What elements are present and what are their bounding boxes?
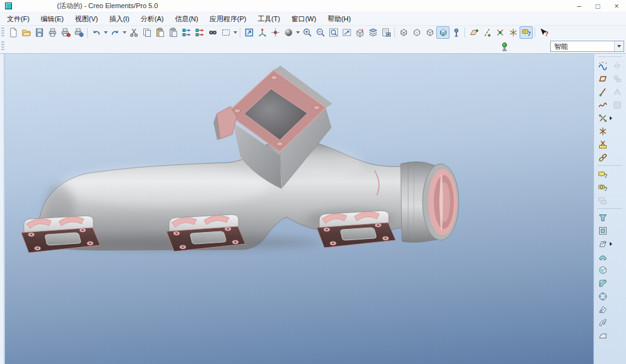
pattern-icon[interactable]	[595, 290, 610, 303]
zoom-fit-icon[interactable]	[327, 26, 340, 39]
offset-icon	[610, 85, 624, 98]
outlet-pipe[interactable]	[401, 162, 459, 243]
curve-icon[interactable]	[595, 98, 610, 111]
datum-axis-icon[interactable]	[480, 26, 493, 39]
zoom-out-icon[interactable]	[314, 26, 327, 39]
context-help-icon[interactable]: ?	[537, 26, 550, 39]
spin-center-icon[interactable]	[269, 26, 282, 39]
menu-tools[interactable]: 工具(T)	[252, 13, 285, 25]
paste-special-icon[interactable]	[167, 26, 180, 39]
menu-analysis[interactable]: 分析(A)	[135, 13, 170, 25]
csys-icon[interactable]	[595, 138, 610, 151]
select-box-icon[interactable]	[219, 26, 232, 39]
regenerate-custom-icon[interactable]	[193, 26, 206, 39]
no-hidden-icon[interactable]	[423, 26, 436, 39]
minimize-button[interactable]: –	[570, 0, 588, 13]
sweep-flyout-arrow[interactable]	[610, 237, 613, 250]
note-tag-icon	[595, 194, 610, 207]
selection-filter-dropdown[interactable]: 智能	[550, 41, 624, 52]
menu-bar: 文件(F) 编辑(E) 视图(V) 插入(I) 分析(A) 信息(N) 应用程序…	[0, 13, 626, 25]
sweep-icon[interactable]	[595, 237, 610, 250]
draft-icon[interactable]	[595, 303, 610, 316]
datum-point-icon[interactable]	[493, 26, 506, 39]
mirror-icon	[610, 59, 624, 72]
revolve-icon[interactable]	[595, 224, 610, 237]
axis-point-icon[interactable]	[595, 124, 610, 138]
toolbar-separator	[464, 28, 465, 38]
chevron-down-icon[interactable]	[614, 41, 623, 51]
flex-icon[interactable]	[595, 316, 610, 329]
paste-icon[interactable]	[153, 26, 167, 39]
shade-sphere-icon[interactable]	[282, 26, 295, 39]
cut-icon[interactable]	[127, 26, 140, 39]
csys-tag-icon[interactable]	[595, 181, 610, 194]
close-button[interactable]: ×	[607, 0, 626, 13]
point-icon[interactable]	[595, 111, 610, 124]
save-icon[interactable]	[33, 26, 46, 39]
datum-plane-icon[interactable]	[467, 26, 480, 39]
menu-edit[interactable]: 编辑(E)	[35, 13, 69, 25]
shaded-icon[interactable]	[436, 26, 449, 39]
select-dropdown-caret[interactable]	[232, 26, 238, 39]
undo-icon[interactable]	[90, 26, 103, 39]
selection-filter-value: 智能	[551, 42, 614, 51]
boundary-blend-icon[interactable]	[595, 263, 610, 276]
find-icon[interactable]	[206, 26, 219, 39]
refit-icon[interactable]	[340, 26, 353, 39]
hidden-line-icon[interactable]	[410, 26, 423, 39]
svg-text:!: !	[362, 28, 363, 33]
start-view-icon[interactable]	[242, 26, 255, 39]
toolbar-separator	[240, 28, 240, 38]
blend-icon[interactable]	[595, 250, 610, 263]
zoom-in-icon[interactable]	[300, 26, 314, 39]
reorient-icon[interactable]: !	[353, 26, 366, 39]
creo-app-icon[interactable]	[5, 3, 12, 9]
extrude-icon[interactable]	[595, 211, 610, 224]
sidebar-separator	[598, 165, 622, 166]
3d-viewport[interactable]	[5, 54, 593, 364]
redo-dropdown-caret[interactable]	[121, 26, 127, 39]
wireframe-icon[interactable]	[397, 26, 410, 39]
menu-applications[interactable]: 应用程序(P)	[204, 13, 252, 25]
view-manager-icon[interactable]	[379, 26, 393, 39]
saved-views-icon[interactable]	[449, 26, 463, 39]
maximize-button[interactable]: □	[588, 0, 607, 13]
orientation-icon[interactable]	[255, 26, 269, 39]
regenerate-icon[interactable]	[180, 26, 193, 39]
datum-csys-icon[interactable]	[506, 26, 520, 39]
print-add-icon[interactable]	[59, 26, 72, 39]
style-spline-icon[interactable]	[595, 59, 610, 72]
round-icon[interactable]	[595, 276, 610, 290]
new-file-icon[interactable]	[6, 26, 19, 39]
sidebar-grip[interactable]	[598, 56, 622, 58]
menu-view[interactable]: 视图(V)	[69, 13, 104, 25]
toolbar-grip[interactable]	[1, 41, 4, 51]
regeneration-status-traffic-light[interactable]	[498, 41, 511, 53]
dome-icon[interactable]	[595, 329, 610, 342]
menu-insert[interactable]: 插入(I)	[103, 13, 135, 25]
plane-tag-icon[interactable]	[595, 168, 610, 181]
annotation-tag-icon[interactable]	[520, 26, 533, 39]
palette-icon	[610, 98, 624, 111]
print-setup-icon[interactable]	[72, 26, 85, 39]
shade-dropdown-caret[interactable]	[295, 26, 300, 39]
print-icon[interactable]	[46, 26, 59, 39]
menu-window[interactable]: 窗口(W)	[285, 13, 322, 25]
redo-icon[interactable]	[108, 26, 121, 39]
exhaust-manifold-model[interactable]	[5, 54, 593, 364]
toolbar-separator	[87, 28, 88, 38]
undo-dropdown-caret[interactable]	[103, 26, 108, 39]
menu-info[interactable]: 信息(N)	[169, 13, 203, 25]
point-flyout-arrow[interactable]	[610, 111, 613, 124]
menu-file[interactable]: 文件(F)	[1, 13, 35, 25]
layers-icon[interactable]	[366, 26, 379, 39]
copy-icon[interactable]	[140, 26, 153, 39]
line-icon[interactable]	[595, 85, 610, 98]
rectangle-icon[interactable]	[595, 72, 610, 85]
bottom-flange-3[interactable]	[317, 211, 396, 248]
open-file-icon[interactable]	[19, 26, 33, 39]
use-edge-icon[interactable]	[595, 151, 610, 164]
menu-help[interactable]: 帮助(H)	[322, 13, 356, 25]
sidebar-separator	[598, 208, 622, 210]
toolbar-grip[interactable]	[1, 28, 4, 38]
